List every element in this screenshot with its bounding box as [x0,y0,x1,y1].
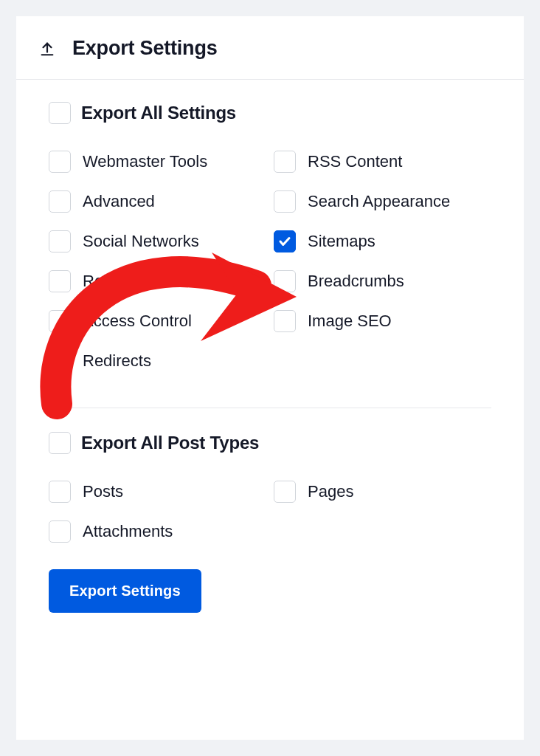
checkbox-search-appearance[interactable] [274,190,296,213]
post-type-label: Posts [83,482,123,501]
setting-label: RSS Content [308,152,402,171]
setting-item-image-seo: Image SEO [274,310,491,332]
setting-item-search-appearance: Search Appearance [274,190,491,213]
setting-label: Redirects [83,351,151,371]
checkbox-pages[interactable] [274,481,296,503]
checkbox-attachments[interactable] [49,520,71,543]
setting-item-redirects: Redirects [49,350,266,372]
checkbox-export-all-post-types[interactable] [49,432,71,454]
export-settings-button[interactable]: Export Settings [49,569,201,613]
page-title: Export Settings [72,37,218,60]
section-heading-post-types: Export All Post Types [49,432,491,454]
checkbox-webmaster-tools[interactable] [49,151,71,173]
checkbox-export-all-settings[interactable] [49,102,71,124]
setting-label: Search Appearance [308,192,450,211]
setting-label: Webmaster Tools [83,152,207,171]
export-icon [38,40,56,58]
setting-label: Image SEO [308,312,392,331]
post-type-item-attachments: Attachments [49,520,266,543]
checkbox-breadcrumbs[interactable] [274,270,296,292]
setting-item-breadcrumbs: Breadcrumbs [274,270,491,292]
setting-label: Sitemaps [308,232,375,251]
checkbox-image-seo[interactable] [274,310,296,332]
post-types-grid: Posts Pages Attachments [49,481,491,543]
setting-label: Social Networks [83,232,199,251]
section-heading-settings-label: Export All Settings [81,103,236,123]
setting-item-social-networks: Social Networks [49,230,266,252]
checkbox-redirects[interactable] [49,350,71,372]
checkbox-posts[interactable] [49,481,71,503]
setting-item-rss-content: RSS Content [274,151,491,173]
setting-label: Access Control [83,312,192,331]
checkbox-advanced[interactable] [49,190,71,213]
settings-grid: Webmaster Tools RSS Content Advanced Sea… [49,151,491,372]
card-body: Export All Settings Webmaster Tools RSS … [16,80,524,635]
post-type-label: Attachments [83,522,173,541]
post-type-item-posts: Posts [49,481,266,503]
setting-item-robots-txt: Robots.txt [49,270,266,292]
checkbox-rss-content[interactable] [274,151,296,173]
section-divider [49,408,491,408]
setting-label: Breadcrumbs [308,272,404,291]
export-settings-card: Export Settings Export All Settings Webm… [16,16,524,740]
checkbox-access-control[interactable] [49,310,71,332]
setting-item-webmaster-tools: Webmaster Tools [49,151,266,173]
card-header: Export Settings [16,16,524,80]
setting-label: Advanced [83,192,155,211]
checkbox-robots-txt[interactable] [49,270,71,292]
setting-item-sitemaps: Sitemaps [274,230,491,252]
section-heading-post-types-label: Export All Post Types [81,433,259,453]
checkbox-sitemaps[interactable] [274,230,296,252]
setting-item-access-control: Access Control [49,310,266,332]
section-heading-settings: Export All Settings [49,102,491,124]
post-type-label: Pages [308,482,353,501]
checkbox-social-networks[interactable] [49,230,71,252]
post-type-item-pages: Pages [274,481,491,503]
setting-item-advanced: Advanced [49,190,266,213]
setting-label: Robots.txt [83,272,156,291]
